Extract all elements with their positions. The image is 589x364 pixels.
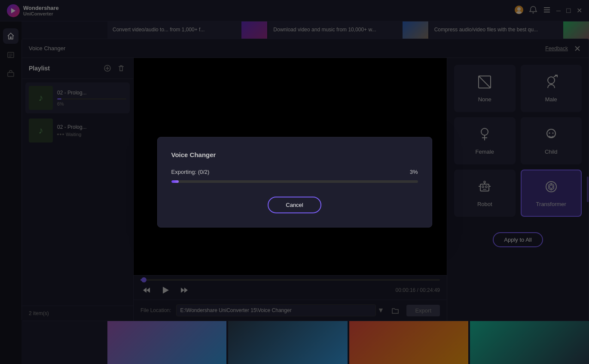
export-modal: Voice Changer Exporting: (0/2) 3% Cancel <box>157 137 432 228</box>
modal-progress-bar <box>171 180 418 183</box>
modal-progress-info: Exporting: (0/2) 3% <box>171 169 418 175</box>
export-modal-overlay: Voice Changer Exporting: (0/2) 3% Cancel <box>0 0 589 364</box>
modal-title: Voice Changer <box>171 151 418 158</box>
cancel-export-button[interactable]: Cancel <box>268 197 321 213</box>
modal-progress-pct: 3% <box>410 169 418 175</box>
modal-progress-fill <box>171 180 179 183</box>
modal-export-text: Exporting: (0/2) <box>171 169 210 175</box>
modal-actions: Cancel <box>171 197 418 213</box>
